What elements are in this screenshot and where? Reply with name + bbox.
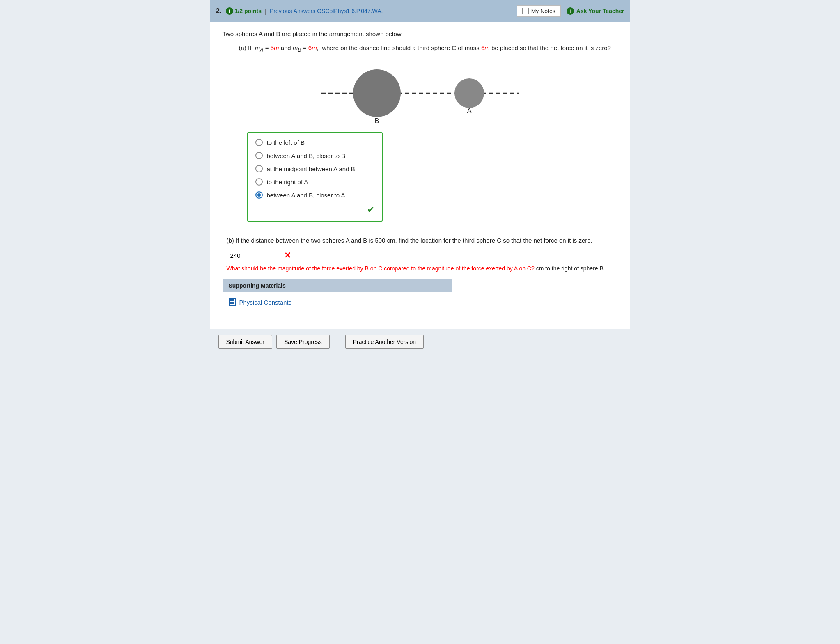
separator: | [265,8,266,15]
my-notes-button[interactable]: My Notes [517,5,561,17]
spheres-diagram: B A [297,62,543,128]
points-plus-icon: + [226,7,233,15]
option-row-4: to the right of A [255,178,374,186]
options-box: to the left of B between A and B, closer… [247,132,383,222]
option-4-label: to the right of A [267,179,308,186]
part-a-text: (a) If mA = 5m and mB = 6m, where on the… [239,43,618,54]
page-wrapper: 2. + 1/2 points | Previous Answers OSCol… [210,0,630,355]
question-number: 2. [216,7,222,15]
part-b-suffix: cm to the right of sphere B [536,265,604,272]
points-label: 1/2 points [235,8,262,14]
sphere-b [353,69,401,117]
option-row-3: at the midpoint between A and B [255,165,374,172]
main-content: Two spheres A and B are placed in the ar… [210,22,630,329]
sphere-a-label: A [467,107,472,114]
supporting-header: Supporting Materials [223,279,452,292]
practice-another-button[interactable]: Practice Another Version [345,335,424,349]
physical-constants-doc-icon [229,298,236,306]
error-text: What should be the magnitude of the forc… [227,264,618,273]
option-row-5: between A and B, closer to A [255,191,374,199]
question-intro: Two spheres A and B are placed in the ar… [223,30,618,37]
action-bar: Submit Answer Save Progress Practice Ano… [210,329,630,355]
header-right: My Notes + Ask Your Teacher [517,5,624,17]
option-2-label: between A and B, closer to B [267,152,346,159]
physical-constants-link[interactable]: Physical Constants [229,298,446,306]
part-a-prefix: (a) If mA = 5m and mB = 6m, where on the… [239,44,611,51]
supporting-materials: Supporting Materials Physical Constants [223,279,452,312]
radio-1[interactable] [255,139,263,146]
supporting-body: Physical Constants [223,292,452,312]
error-message: What should be the magnitude of the forc… [227,265,535,272]
option-3-label: at the midpoint between A and B [267,165,355,172]
wrong-mark: ✕ [284,249,291,262]
ask-teacher-plus-icon: + [567,7,574,15]
sphere-b-label: B [375,117,379,124]
option-5-label: between A and B, closer to A [267,192,345,199]
part-b-text: (b) If the distance between the two sphe… [227,236,618,245]
ask-teacher-button[interactable]: + Ask Your Teacher [567,7,624,15]
save-progress-button[interactable]: Save Progress [276,335,330,349]
submit-answer-button[interactable]: Submit Answer [218,335,272,349]
header-bar: 2. + 1/2 points | Previous Answers OSCol… [210,0,630,22]
my-notes-label: My Notes [531,8,555,14]
prev-answers-link[interactable]: Previous Answers OSColPhys1 6.P.047.WA. [270,8,383,14]
diagram-area: B A [223,62,618,128]
correct-checkmark: ✔ [255,204,374,215]
points-badge: + 1/2 points [226,7,262,15]
radio-3[interactable] [255,165,263,172]
radio-5[interactable] [255,191,263,199]
my-notes-icon [522,8,529,14]
physical-constants-label: Physical Constants [239,299,292,306]
ask-teacher-label: Ask Your Teacher [576,8,624,14]
option-row-1: to the left of B [255,139,374,146]
radio-2[interactable] [255,152,263,159]
answer-input[interactable] [227,250,280,261]
option-1-label: to the left of B [267,139,305,146]
answer-input-row: ✕ [227,249,618,262]
option-row-2: between A and B, closer to B [255,152,374,159]
sphere-a [454,78,484,108]
part-b: (b) If the distance between the two sphe… [227,236,618,273]
radio-4[interactable] [255,178,263,186]
